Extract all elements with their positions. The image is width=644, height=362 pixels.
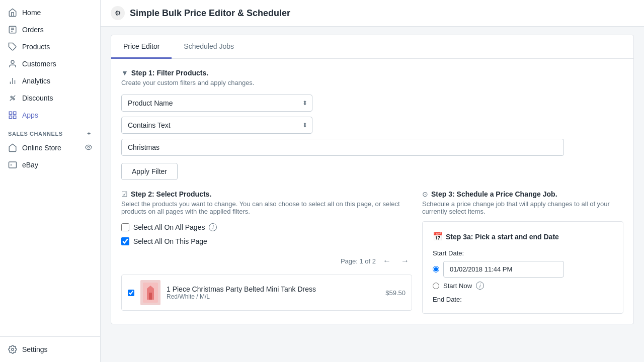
next-page-button[interactable]: → xyxy=(398,255,412,266)
step3-section: ⊙ Step 3: Schedule a Price Change Job. S… xyxy=(422,190,623,314)
step1-section: ▼ Step 1: Filter Products. Create your c… xyxy=(121,69,623,180)
sidebar-item-customers[interactable]: Customers xyxy=(0,55,100,72)
sidebar-item-home-label: Home xyxy=(22,9,41,17)
sidebar-item-customers-label: Customers xyxy=(22,60,56,68)
sidebar-item-products[interactable]: Products xyxy=(0,38,100,55)
sidebar-item-ebay[interactable]: eBay xyxy=(0,156,100,173)
svg-rect-17 xyxy=(9,162,17,168)
page-info: Page: 1 of 2 xyxy=(341,257,376,265)
filter-field-row: Product Name Product Type Vendor Tag xyxy=(121,95,623,112)
page-title: Simple Bulk Price Editor & Scheduler xyxy=(130,8,290,19)
step3a-title-text: Step 3a: Pick a start and end Date xyxy=(446,233,559,241)
start-now-radio-row: Start Now i xyxy=(433,282,613,290)
filter-field-wrapper: Product Name Product Type Vendor Tag xyxy=(121,95,312,112)
select-all-pages-row: Select All On All Pages i xyxy=(121,223,412,231)
select-all-page-row: Select All On This Page xyxy=(121,237,412,245)
filter-value-input[interactable] xyxy=(121,139,564,156)
select-all-pages-info-icon[interactable]: i xyxy=(209,223,217,231)
analytics-icon xyxy=(8,76,17,85)
tab-scheduled-jobs[interactable]: Scheduled Jobs xyxy=(172,35,246,59)
ebay-icon xyxy=(8,160,17,169)
step2-title: Step 2: Select Products. xyxy=(131,190,211,198)
select-all-page-checkbox[interactable] xyxy=(121,237,129,245)
step3a-header: 📅 Step 3a: Pick a start and end Date xyxy=(433,232,613,241)
select-all-page-label: Select All On This Page xyxy=(133,237,207,245)
start-now-info-icon[interactable]: i xyxy=(476,282,484,290)
svg-point-19 xyxy=(12,348,14,351)
svg-rect-21 xyxy=(149,293,152,300)
filter-condition-select[interactable]: Contains Text Does Not Contain Is Equal … xyxy=(121,117,312,134)
tab-price-editor[interactable]: Price Editor xyxy=(111,35,172,59)
filter-field-select[interactable]: Product Name Product Type Vendor Tag xyxy=(121,95,312,112)
pagination: Page: 1 of 2 ← → xyxy=(121,251,412,270)
sidebar-item-settings[interactable]: Settings xyxy=(0,341,100,358)
select-all-pages-label: Select All On All Pages xyxy=(133,223,205,231)
customers-icon xyxy=(8,59,17,68)
step1-title: Step 1: Filter Products. xyxy=(131,69,208,77)
add-sales-channel-button[interactable]: ＋ xyxy=(86,130,92,137)
start-date-label: Start Date: xyxy=(433,249,613,257)
main-card: Price Editor Scheduled Jobs ▼ Step 1: Fi… xyxy=(111,35,634,324)
online-store-icon xyxy=(8,143,17,152)
sidebar-footer: Settings xyxy=(0,336,100,362)
svg-rect-15 xyxy=(9,116,12,119)
svg-point-16 xyxy=(88,146,90,148)
product-checkbox-p1[interactable] xyxy=(128,290,134,296)
sidebar-item-analytics[interactable]: Analytics xyxy=(0,72,100,89)
sidebar-item-settings-label: Settings xyxy=(22,345,48,353)
product-variant: Red/White / M/L xyxy=(167,293,379,300)
online-store-visibility-icon[interactable] xyxy=(85,144,92,152)
product-price: $59.50 xyxy=(385,289,406,297)
svg-rect-13 xyxy=(14,112,16,114)
select-all-pages-checkbox[interactable] xyxy=(121,223,129,231)
svg-point-9 xyxy=(11,96,12,98)
calendar-icon: 📅 xyxy=(433,232,443,241)
step2-description: Select the products you want to change. … xyxy=(121,200,412,215)
discounts-icon xyxy=(8,94,17,103)
sidebar-item-orders[interactable]: Orders xyxy=(0,21,100,38)
step3-description: Schedule a price change job that will ap… xyxy=(422,200,623,215)
svg-rect-14 xyxy=(14,116,16,119)
home-icon xyxy=(8,8,17,17)
steps-two-col: ☑ Step 2: Select Products. Select the pr… xyxy=(121,190,623,314)
sidebar-item-online-store[interactable]: Online Store xyxy=(0,139,100,156)
sidebar-item-home[interactable]: Home xyxy=(0,4,100,21)
step2-header: ☑ Step 2: Select Products. xyxy=(121,190,412,198)
sidebar-nav: Home Orders Products Customers Analytics xyxy=(0,0,100,336)
end-date-label: End Date: xyxy=(433,296,613,303)
sidebar-item-discounts[interactable]: Discounts xyxy=(0,89,100,107)
filter-condition-wrapper: Contains Text Does Not Contain Is Equal … xyxy=(121,117,312,134)
start-date-specific-radio[interactable] xyxy=(433,266,439,273)
svg-point-5 xyxy=(11,60,14,63)
prev-page-button[interactable]: ← xyxy=(380,255,394,266)
sidebar-item-ebay-label: eBay xyxy=(22,161,38,169)
sales-channels-section: SALES CHANNELS ＋ xyxy=(0,124,100,139)
products-icon xyxy=(8,42,17,51)
start-now-label: Start Now xyxy=(443,282,472,290)
filter-icon: ▼ xyxy=(121,69,128,77)
card-body: ▼ Step 1: Filter Products. Create your c… xyxy=(111,59,633,324)
apply-filter-button[interactable]: Apply Filter xyxy=(121,163,178,180)
sidebar-item-analytics-label: Analytics xyxy=(22,77,50,85)
sidebar-item-apps-label: Apps xyxy=(22,111,38,119)
step3a-panel: 📅 Step 3a: Pick a start and end Date Sta… xyxy=(422,221,623,314)
step1-description: Create your custom filters and apply cha… xyxy=(121,79,623,86)
apps-icon xyxy=(8,111,17,120)
product-thumbnail xyxy=(140,280,160,305)
product-name: 1 Piece Christmas Party Belted Mini Tank… xyxy=(167,285,379,293)
checkbox-step-icon: ☑ xyxy=(121,190,128,198)
start-date-input[interactable] xyxy=(443,261,564,278)
step2-section: ☑ Step 2: Select Products. Select the pr… xyxy=(121,190,412,314)
main-content: ⚙ Simple Bulk Price Editor & Scheduler P… xyxy=(101,0,644,362)
sidebar-item-orders-label: Orders xyxy=(22,26,44,34)
step1-header: ▼ Step 1: Filter Products. xyxy=(121,69,623,77)
page-header: ⚙ Simple Bulk Price Editor & Scheduler xyxy=(101,0,644,27)
svg-point-10 xyxy=(13,99,15,100)
svg-rect-12 xyxy=(9,112,12,114)
content-area: Price Editor Scheduled Jobs ▼ Step 1: Fi… xyxy=(101,27,644,362)
sidebar-item-online-store-label: Online Store xyxy=(22,144,61,152)
sidebar-item-apps[interactable]: Apps xyxy=(0,107,100,124)
orders-icon xyxy=(8,25,17,34)
start-now-radio[interactable] xyxy=(433,283,439,289)
sidebar-item-discounts-label: Discounts xyxy=(22,94,53,102)
